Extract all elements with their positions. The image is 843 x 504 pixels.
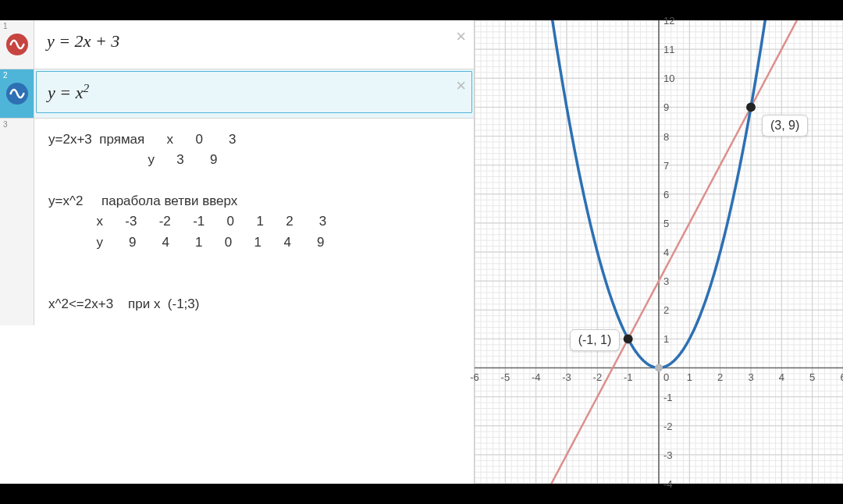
x-tick-label: 2 [717,371,723,383]
y-tick-label: 9 [663,101,669,113]
graph-panel[interactable]: (-1, 1) (3, 9) -6-5-4-3-2-10123456 -4-3-… [475,20,843,484]
y-tick-label: 1 [663,333,669,345]
y-tick-label: 6 [663,188,669,200]
y-tick-label: -1 [663,391,673,403]
point-label-1: (-1, 1) [570,329,621,351]
graph-canvas[interactable] [475,20,843,484]
point-label-2: (3, 9) [762,115,808,137]
svg-point-174 [624,334,633,343]
x-tick-label: 6 [840,371,843,383]
y-tick-label: -2 [663,420,673,431]
expression-index: 1 [3,22,8,30]
x-tick-label: 4 [779,371,784,383]
y-tick-label: 7 [663,159,669,171]
expression-gutter[interactable]: 1 [0,20,34,69]
text-row[interactable]: 3 y=2x+3 прямая x 0 3 y 3 9 y=x^2 парабо… [0,119,474,325]
x-tick-label: -1 [624,371,633,383]
expression-formula[interactable]: y = 2x + 3 [34,20,474,62]
y-tick-label: -3 [663,449,673,460]
x-tick-label: 3 [748,371,753,383]
wave-icon[interactable] [6,34,28,55]
close-icon[interactable]: × [456,76,466,96]
expression-index: 2 [3,71,8,80]
formula-text: y = 2x + 3 [47,31,119,51]
x-tick-label: -6 [470,371,479,383]
x-tick-label: -3 [562,371,571,383]
expression-row-1[interactable]: 1 y = 2x + 3 × [0,20,474,69]
text-line: y 3 9 [48,152,217,167]
y-tick-label: 3 [663,275,669,287]
y-tick-label: 12 [663,15,674,27]
x-tick-label: 5 [809,371,815,383]
y-tick-label: 8 [663,130,669,142]
y-tick-label: 11 [663,44,674,55]
x-tick-label: -5 [501,371,510,383]
x-tick-label: 0 [663,371,669,383]
expression-gutter[interactable]: 2 [0,69,34,118]
workspace: 1 y = 2x + 3 × 2 y = x2 × [0,20,843,484]
x-tick-label: -4 [532,371,541,383]
text-line: y=2x+3 прямая x 0 3 [48,132,236,147]
expression-index: 3 [3,120,8,129]
svg-point-175 [746,102,756,112]
close-icon[interactable]: × [456,27,466,47]
expression-formula[interactable]: y = x2 [36,71,472,113]
expression-gutter: 3 [0,119,34,325]
y-tick-label: 2 [663,304,669,316]
y-tick-label: 4 [663,247,669,258]
text-line: y=x^2 парабола ветви вверх [48,193,237,208]
y-tick-label: -4 [663,478,673,490]
y-tick-label: 10 [663,73,674,84]
expression-row-2[interactable]: 2 y = x2 × [0,69,474,119]
text-line: y 9 4 1 0 1 4 9 [48,235,324,250]
text-line: x -3 -2 -1 0 1 2 3 [48,214,326,229]
x-tick-label: 1 [687,371,692,383]
formula-text: y = x2 [48,81,89,103]
x-tick-label: -2 [593,371,603,383]
wave-icon[interactable] [6,83,28,105]
svg-point-173 [655,364,663,372]
y-tick-label: 5 [663,217,669,229]
text-line: x^2<=2x+3 при x (-1;3) [48,296,199,311]
text-content[interactable]: y=2x+3 прямая x 0 3 y 3 9 y=x^2 парабола… [34,119,474,325]
expression-list-panel: 1 y = 2x + 3 × 2 y = x2 × [0,20,475,484]
